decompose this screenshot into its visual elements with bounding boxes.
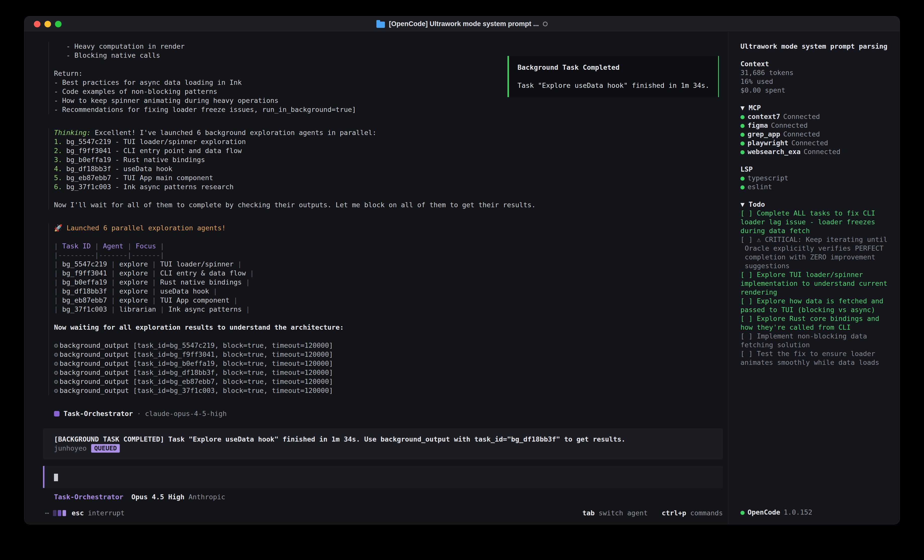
gear-icon: ⚙ xyxy=(54,359,58,367)
table-cell: explore xyxy=(119,296,148,304)
zoom-button[interactable] xyxy=(55,21,62,27)
minimize-button[interactable] xyxy=(45,21,51,27)
title-area: [OpenCode] Ultrawork mode system prompt … xyxy=(24,20,900,28)
terminal-line: - Recommendations for fixing loader free… xyxy=(54,105,723,114)
agent-separator: · xyxy=(137,409,141,418)
close-button[interactable] xyxy=(34,21,40,27)
tool-call-line: ⚙background_output [task_id=bg_eb87ebb7,… xyxy=(54,377,723,386)
tool-args: [task_id=bg_f9ff3041, block=true, timeou… xyxy=(133,350,333,358)
agent-list-item: 5. bg_eb87ebb7 - TUI App main component xyxy=(54,174,723,183)
todo-item: [ ] Explore TUI loader/spinner implement… xyxy=(741,270,890,296)
status-dot-icon: ● xyxy=(741,121,744,129)
table-row: | bg_f9ff3041 | explore | CLI entry & da… xyxy=(54,269,723,278)
table-cell: TUI App component xyxy=(160,296,230,304)
tool-call-line: ⚙background_output [task_id=bg_5547c219,… xyxy=(54,341,723,350)
table-cell: bg_f9ff3041 xyxy=(62,269,107,277)
tool-args: [task_id=bg_eb87ebb7, block=true, timeou… xyxy=(133,377,333,385)
mcp-name: websearch_exa xyxy=(747,148,801,156)
mcp-name: playwright xyxy=(747,139,788,147)
tool-args: [task_id=bg_5547c219, block=true, timeou… xyxy=(133,341,333,349)
table-row: | bg_37f1c003 | librarian | Ink async pa… xyxy=(54,305,723,314)
brand-name: OpenCode xyxy=(747,508,780,517)
tab-key-hint: tab xyxy=(582,509,595,518)
banner-text: [BACKGROUND TASK COMPLETED] Task "Explor… xyxy=(54,435,714,444)
terminal-line: - Heavy computation in render xyxy=(54,42,723,51)
table-header-row: | Task ID | Agent | Focus | xyxy=(54,242,723,251)
todo-item: [ ] Complete ALL tasks to fix CLI loader… xyxy=(741,209,890,235)
table-cell: TUI loader/spinner xyxy=(160,260,234,268)
toast-title: Background Task Completed xyxy=(518,63,710,72)
lsp-name: eslint xyxy=(747,183,772,191)
status-dot-icon: ● xyxy=(741,113,744,120)
table-cell: explore xyxy=(119,269,148,277)
gear-icon: ⚙ xyxy=(54,377,58,385)
tool-call-line: ⚙background_output [task_id=bg_37f1c003,… xyxy=(54,386,723,395)
table-header: Task ID xyxy=(62,242,91,250)
agent-number: 5. xyxy=(54,174,62,182)
agent-number: 2. xyxy=(54,147,62,154)
table-cell: explore xyxy=(119,287,148,295)
context-spent: $0.00 spent xyxy=(741,86,890,94)
tool-name: background_output xyxy=(60,359,129,367)
agent-desc: bg_f9ff3041 - CLI entry point and data f… xyxy=(66,147,242,154)
tool-name: background_output xyxy=(60,341,129,349)
tool-name: background_output xyxy=(60,368,129,376)
todo-item: [ ] Explore how data is fetched and pass… xyxy=(741,296,890,314)
assistant-message-thinking: Thinking: Excellent! I've launched 6 bac… xyxy=(48,128,723,210)
agent-number: 1. xyxy=(54,138,62,145)
agent-list-item: 1. bg_5547c219 - TUI loader/spinner expl… xyxy=(54,137,723,146)
agent-list-item: 3. bg_b0effa19 - Rust native bindings xyxy=(54,155,723,164)
status-dot-icon: ● xyxy=(741,183,744,191)
sidebar-footer: ● OpenCode 1.0.152 xyxy=(741,508,890,517)
assistant-message-table: 🚀 Launched 6 parallel exploration agents… xyxy=(48,223,723,395)
table-cell: bg_df18bb3f xyxy=(62,287,107,295)
toast-body: Task "Explore useData hook" finished in … xyxy=(518,81,710,90)
terminal-main: Background Task Completed Task "Explore … xyxy=(24,32,728,524)
mcp-status: Connected xyxy=(771,121,808,129)
background-task-banner: [BACKGROUND TASK COMPLETED] Task "Explor… xyxy=(43,428,723,460)
text-cursor xyxy=(54,474,58,481)
status-dot-icon: ● xyxy=(741,174,744,182)
mcp-item: ●grep_appConnected xyxy=(741,130,890,138)
table-cell: CLI entry & data flow xyxy=(160,269,246,277)
chevron-down-icon: ▼ xyxy=(741,104,744,112)
agent-desc: bg_df18bb3f - useData hook xyxy=(66,165,172,173)
table-cell: Ink async patterns xyxy=(168,305,242,313)
prompt-input[interactable] xyxy=(43,466,723,488)
table-cell: explore xyxy=(119,278,148,286)
agent-header: Task-Orchestrator · claude-opus-4-5-high xyxy=(54,409,723,418)
provider-label: Anthropic xyxy=(189,493,225,502)
tool-call-line: ⚙background_output [task_id=bg_df18bb3f,… xyxy=(54,368,723,377)
waiting-line: Now waiting for all exploration results … xyxy=(54,323,723,332)
agent-number: 6. xyxy=(54,183,62,191)
agent-desc: bg_37f1c003 - Ink async patterns researc… xyxy=(66,183,234,191)
mcp-name: context7 xyxy=(747,113,780,120)
agent-number: 3. xyxy=(54,156,62,163)
mcp-heading[interactable]: ▼ MCP xyxy=(741,103,890,112)
statusbar: ⋯ esc interrupt tab switch agent ctrl+p … xyxy=(45,509,723,518)
context-used: 16% used xyxy=(741,77,890,86)
mcp-item: ●context7Connected xyxy=(741,112,890,121)
folder-icon xyxy=(376,22,385,28)
table-row: | bg_b0effa19 | explore | Rust native bi… xyxy=(54,278,723,287)
circle-icon xyxy=(543,22,548,26)
chevron-down-icon: ▼ xyxy=(741,201,744,208)
tool-name: background_output xyxy=(60,350,129,358)
blank-line xyxy=(54,232,723,242)
queued-badge: QUEUED xyxy=(91,444,120,453)
toast-background-task[interactable]: Background Task Completed Task "Explore … xyxy=(507,56,719,97)
titlebar: [OpenCode] Ultrawork mode system prompt … xyxy=(24,16,900,32)
table-cell: librarian xyxy=(119,305,156,313)
lsp-item: ●eslint xyxy=(741,183,890,191)
input-meta: Task-Orchestrator Opus 4.5 High Anthropi… xyxy=(54,493,723,502)
status-dot-icon: ● xyxy=(741,148,744,156)
gear-icon: ⚙ xyxy=(54,386,58,394)
table-separator: |---------|-------|-------| xyxy=(54,251,723,260)
gear-icon: ⚙ xyxy=(54,341,58,349)
ctrlp-key-hint: ctrl+p xyxy=(662,509,686,518)
esc-label: interrupt xyxy=(88,509,124,518)
mcp-item: ●playwrightConnected xyxy=(741,138,890,147)
todo-heading[interactable]: ▼ Todo xyxy=(741,200,890,209)
tool-call-line: ⚙background_output [task_id=bg_f9ff3041,… xyxy=(54,350,723,359)
status-dot-icon: ● xyxy=(741,139,744,147)
